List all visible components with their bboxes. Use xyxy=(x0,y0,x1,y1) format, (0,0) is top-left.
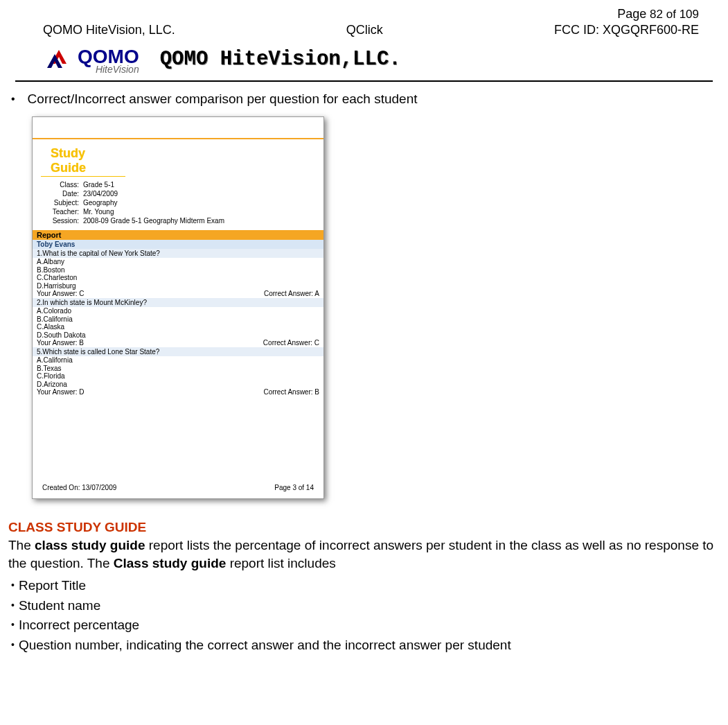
ss-q2-answers: Your Answer: B Correct Answer: C xyxy=(33,339,323,347)
bullet-dot-icon: • xyxy=(11,615,15,634)
ss-footer: Created On: 13/07/2009 Page 3 of 14 xyxy=(33,480,323,498)
section-paragraph: The class study guide report lists the p… xyxy=(8,536,720,572)
page-header-top: Page 82 of 109 xyxy=(8,7,720,21)
bullet-dot-icon: • xyxy=(11,636,15,654)
ss-q2-optA: A.Colorado xyxy=(33,307,323,315)
ss-q2-text: 2.In which state is Mount McKinley? xyxy=(33,298,323,307)
ss-q1-optC: C.Charleston xyxy=(33,274,323,282)
ss-q3-optC: C.Florida xyxy=(33,372,323,381)
ss-footer-left: Created On: 13/07/2009 xyxy=(42,484,116,491)
ss-q1-your: Your Answer: C xyxy=(37,290,85,297)
section-bullet-1: •Report Title xyxy=(8,576,720,596)
logo-text-main: QOMO xyxy=(78,48,139,65)
ss-q3-answers: Your Answer: D Correct Answer: B xyxy=(33,388,323,396)
logo-block: QOMO HiteVision xyxy=(43,43,139,75)
ss-meta: Class:Grade 5-1 Date:23/04/2009 Subject:… xyxy=(33,177,323,230)
ss-meta-subject: Subject:Geography xyxy=(41,199,315,207)
ss-q3-optB: B.Texas xyxy=(33,365,323,373)
ss-q3-text: 5.Which state is called Lone Star State? xyxy=(33,347,323,356)
ss-footer-right: Page 3 of 14 xyxy=(274,484,314,491)
study-guide-screenshot: Study Guide Class:Grade 5-1 Date:23/04/2… xyxy=(32,116,324,499)
ss-q2-optC: C.Alaska xyxy=(33,323,323,331)
ss-q2-optB: B.California xyxy=(33,315,323,324)
ss-q1-optD: D.Harrisburg xyxy=(33,282,323,290)
ss-title: Study Guide xyxy=(41,145,125,177)
ss-meta-date: Date:23/04/2009 xyxy=(41,190,315,198)
logo-text-wrapper: QOMO HiteVision xyxy=(78,48,139,75)
ss-q2-optD: D.South Dakota xyxy=(33,331,323,340)
ss-question-3: 5.Which state is called Lone Star State?… xyxy=(33,347,323,396)
ss-q1-text: 1.What is the capital of New York State? xyxy=(33,249,323,258)
ss-q1-answers: Your Answer: C Correct Answer: A xyxy=(33,290,323,298)
header-row: QOMO HiteVision, LLC. QClick FCC ID: XQG… xyxy=(8,21,720,40)
ss-meta-teacher: Teacher:Mr. Young xyxy=(41,208,315,216)
logo-row: QOMO HiteVision QOMO HiteVision,LLC. xyxy=(8,43,720,75)
ss-q1-optB: B.Boston xyxy=(33,266,323,274)
ss-question-1: 1.What is the capital of New York State?… xyxy=(33,249,323,298)
logo-icon xyxy=(43,43,75,75)
section-heading: CLASS STUDY GUIDE xyxy=(8,520,720,535)
header-left: QOMO HiteVision, LLC. xyxy=(43,23,175,37)
bullet-line-main: • Correct/Incorrect answer comparison pe… xyxy=(8,91,720,107)
bullet-dot-icon: • xyxy=(11,91,15,107)
header-right: FCC ID: XQGQRF600-RE xyxy=(554,23,699,37)
header-rule xyxy=(15,80,713,82)
bullet-dot-icon: • xyxy=(11,576,15,594)
bullet-dot-icon: • xyxy=(11,596,15,614)
ss-q1-correct: Correct Answer: A xyxy=(264,290,319,297)
logo-title: QOMO HiteVision,LLC. xyxy=(160,48,401,71)
section-bullet-2: •Student name xyxy=(8,596,720,616)
page-number: 82 of 109 xyxy=(650,8,699,21)
ss-question-2: 2.In which state is Mount McKinley? A.Co… xyxy=(33,298,323,347)
ss-q3-optA: A.California xyxy=(33,356,323,365)
page-label: Page xyxy=(617,7,646,21)
ss-student-name: Toby Evans xyxy=(33,240,323,249)
section-bullet-4: •Question number, indicating the correct… xyxy=(8,636,720,656)
ss-q3-optD: D.Arizona xyxy=(33,381,323,389)
ss-topbar xyxy=(33,117,323,138)
ss-report-header: Report xyxy=(33,230,323,240)
ss-q3-your: Your Answer: D xyxy=(37,388,85,396)
ss-q3-correct: Correct Answer: B xyxy=(263,388,319,396)
ss-meta-class: Class:Grade 5-1 xyxy=(41,181,315,189)
section-bullet-3: •Incorrect percentage xyxy=(8,615,720,636)
bullet-text: Correct/Incorrect answer comparison per … xyxy=(28,91,418,107)
ss-q1-optA: A.Albany xyxy=(33,258,323,266)
ss-q2-correct: Correct Answer: C xyxy=(263,339,319,347)
ss-q2-your: Your Answer: B xyxy=(37,339,84,347)
header-center: QClick xyxy=(346,23,383,37)
ss-meta-session: Session:2008-09 Grade 5-1 Geography Midt… xyxy=(41,217,315,225)
